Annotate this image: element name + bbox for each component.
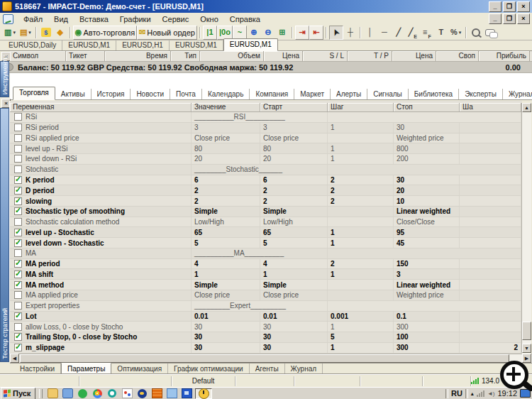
param-start-cell[interactable]: 65 <box>260 227 328 237</box>
param-start-cell[interactable]: 4 <box>260 259 328 269</box>
vertical-scroll-thumb[interactable] <box>522 322 531 340</box>
param-checkbox[interactable] <box>14 145 22 153</box>
tester-column-Значение[interactable]: Значение <box>192 103 260 111</box>
param-value-cell[interactable]: 80 <box>192 143 260 153</box>
param-extra-cell[interactable] <box>460 185 521 195</box>
param-checkbox[interactable] <box>14 260 22 268</box>
explorer-icon[interactable] <box>46 388 59 399</box>
param-checkbox[interactable] <box>14 197 22 205</box>
zoom-in-button[interactable]: ⊕ <box>247 26 261 40</box>
toolbox-tab-Сигналы[interactable]: Сигналы <box>367 89 409 99</box>
app-dots-icon[interactable] <box>121 388 133 399</box>
vline-button[interactable]: │ <box>363 26 377 40</box>
vertical-scrollbar[interactable] <box>521 103 531 353</box>
toolbox-tab-Алерты[interactable]: Алерты <box>331 89 367 99</box>
param-stop-cell[interactable]: Linear weighted <box>394 280 460 290</box>
param-extra-cell[interactable] <box>460 196 521 206</box>
param-step-cell[interactable]: 2 <box>328 175 394 185</box>
cursor-button[interactable]: ➤ <box>329 26 343 40</box>
param-start-cell[interactable]: 80 <box>260 143 328 153</box>
app-window-icon[interactable] <box>180 388 193 399</box>
param-step-cell[interactable] <box>328 133 394 143</box>
param-value-cell[interactable]: 2 <box>192 196 260 206</box>
param-stop-cell[interactable]: Weighted price <box>394 290 460 300</box>
tester-tab-Оптимизация[interactable]: Оптимизация <box>111 364 168 374</box>
trade-column-S / L[interactable]: S / L <box>303 51 348 61</box>
param-value-cell[interactable]: Simple <box>192 280 260 290</box>
param-extra-cell[interactable] <box>460 123 521 133</box>
toolbox-tab-История[interactable]: История <box>92 89 131 99</box>
param-start-cell[interactable]: Simple <box>260 207 328 217</box>
app-teal-icon[interactable] <box>106 388 118 399</box>
scroll-left-icon[interactable]: ◀ <box>10 354 19 363</box>
toolbox-tab-Компания[interactable]: Компания <box>250 89 294 99</box>
param-step-cell[interactable]: 1 <box>328 269 394 279</box>
param-start-cell[interactable]: Simple <box>260 280 328 290</box>
menu-item-Графики[interactable]: Графики <box>114 14 157 24</box>
param-stop-cell[interactable]: Linear weighted <box>394 207 460 217</box>
app-lightblue-icon[interactable] <box>165 388 178 399</box>
param-checkbox[interactable] <box>14 291 22 299</box>
market-grid-icon[interactable] <box>150 388 163 399</box>
param-start-cell[interactable]: 0.01 <box>260 312 328 322</box>
param-step-cell[interactable]: 2 <box>328 196 394 206</box>
trade-column-T / P[interactable]: T / P <box>348 51 392 61</box>
toolbox-tab-Активы[interactable]: Активы <box>55 89 92 99</box>
param-value-cell[interactable]: 6 <box>192 175 260 185</box>
toolbox-tab-Новости[interactable]: Новости <box>131 89 170 99</box>
param-stop-cell[interactable]: 300 <box>394 343 460 353</box>
profiles-button[interactable]: ▤▾ <box>18 26 33 40</box>
trendline-button[interactable]: ╱ <box>392 26 406 40</box>
param-checkbox[interactable] <box>14 229 22 236</box>
param-value-cell[interactable]: 2 <box>192 185 260 195</box>
param-value-cell[interactable]: 4 <box>192 259 260 269</box>
param-checkbox[interactable] <box>14 239 22 247</box>
param-start-cell[interactable]: 2 <box>260 196 328 206</box>
new-chart-button[interactable]: ▥▾ <box>2 26 18 40</box>
search-button[interactable] <box>469 26 483 40</box>
app-blue-icon[interactable] <box>61 388 74 399</box>
start-button[interactable]: Пуск <box>1 388 35 399</box>
param-stop-cell[interactable]: 300 <box>394 322 460 332</box>
param-checkbox[interactable] <box>14 124 22 131</box>
hline-button[interactable]: ─ <box>377 26 392 40</box>
param-extra-cell[interactable] <box>460 227 521 237</box>
toolbox-tab-Журнал[interactable]: Журнал <box>503 89 532 99</box>
payments-button[interactable]: ◆ <box>53 26 67 40</box>
param-start-cell[interactable]: 30 <box>260 322 328 332</box>
param-checkbox[interactable] <box>14 176 22 184</box>
param-value-cell[interactable]: 30 <box>192 343 260 353</box>
param-stop-cell[interactable]: 30 <box>394 175 460 185</box>
param-start-cell[interactable]: 3 <box>260 123 328 133</box>
text-button[interactable]: T <box>434 26 448 40</box>
candle-chart-button[interactable]: |0o <box>217 26 233 40</box>
chart-tab-EURUSD,Daily[interactable]: EURUSD,Daily <box>3 40 62 50</box>
app-green-icon[interactable] <box>76 388 89 399</box>
param-value-cell[interactable]: Simple <box>192 207 260 217</box>
param-value-cell[interactable]: 1 <box>192 269 260 279</box>
toolbox-tab-Эксперты[interactable]: Эксперты <box>459 89 503 99</box>
chart-tab-EURUSD,M1[interactable]: EURUSD,M1 <box>223 38 278 51</box>
param-checkbox[interactable] <box>14 312 22 320</box>
param-extra-cell[interactable] <box>460 269 521 279</box>
menu-item-Вид[interactable]: Вид <box>48 14 74 24</box>
param-checkbox[interactable] <box>14 333 22 341</box>
chart-tab-EURUSD,H1[interactable]: EURUSD,H1 <box>116 40 170 50</box>
param-start-cell[interactable]: 2 <box>260 185 328 195</box>
param-checkbox[interactable] <box>14 113 22 121</box>
tray-chevron-icon[interactable]: ▴ <box>471 390 474 397</box>
param-step-cell[interactable]: 1 <box>328 238 394 248</box>
trade-column-Тип[interactable]: Тип <box>171 51 200 61</box>
toolbox-tab-Маркет[interactable]: Маркет <box>294 89 331 99</box>
tester-column-Старт[interactable]: Старт <box>260 103 328 111</box>
param-extra-cell[interactable] <box>460 217 521 227</box>
tester-column-Ша[interactable]: Ша <box>460 103 521 111</box>
trade-column-Тикет[interactable]: Тикет <box>66 51 105 61</box>
child-restore-button[interactable]: ❐ <box>503 13 516 24</box>
chart-tab-EURUSD,M1[interactable]: EURUSD,M1 <box>62 40 116 50</box>
trade-column-Символ[interactable]: Символ <box>10 51 66 61</box>
param-checkbox[interactable] <box>14 155 22 163</box>
crosshair-button[interactable]: ┼ <box>343 26 358 40</box>
param-value-cell[interactable]: Close price <box>192 133 260 143</box>
param-value-cell[interactable]: 30 <box>192 322 260 332</box>
